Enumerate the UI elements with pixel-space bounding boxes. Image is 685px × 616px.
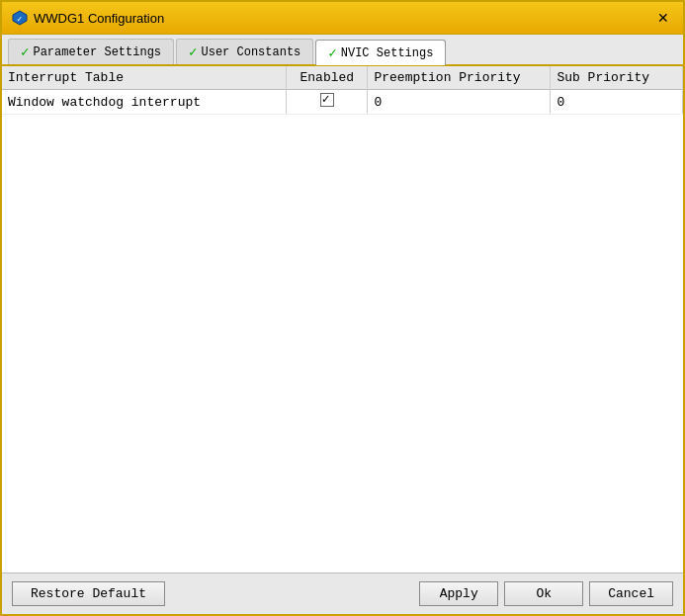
ok-button[interactable]: Ok xyxy=(504,581,583,606)
content-area: Interrupt Table Enabled Preemption Prior… xyxy=(2,66,683,572)
sub-priority-cell[interactable]: 0 xyxy=(551,90,683,115)
title-bar: ✓ WWDG1 Configuration ✕ xyxy=(2,2,683,35)
footer: Restore Default Apply Ok Cancel xyxy=(2,572,683,614)
tab-check-icon: ✓ xyxy=(21,44,29,60)
interrupt-name: Window watchdog interrupt xyxy=(2,90,287,115)
title-bar-left: ✓ WWDG1 Configuration xyxy=(12,10,164,26)
svg-text:✓: ✓ xyxy=(17,15,22,25)
apply-button[interactable]: Apply xyxy=(419,581,498,606)
window-icon: ✓ xyxy=(12,10,28,26)
tab-user-constants[interactable]: ✓ User Constants xyxy=(176,39,313,64)
tab-check-icon: ✓ xyxy=(328,44,336,61)
tab-parameter-settings-label: Parameter Settings xyxy=(33,45,161,59)
enabled-checkbox[interactable] xyxy=(320,93,334,107)
preemption-priority-cell[interactable]: 0 xyxy=(368,90,551,115)
enabled-cell[interactable] xyxy=(287,90,368,115)
nvic-table: Interrupt Table Enabled Preemption Prior… xyxy=(2,66,683,115)
col-header-sub: Sub Priority xyxy=(551,66,683,90)
restore-default-button[interactable]: Restore Default xyxy=(12,581,165,606)
cancel-button[interactable]: Cancel xyxy=(589,581,673,606)
tab-nvic-settings-label: NVIC Settings xyxy=(341,46,434,60)
footer-right-buttons: Apply Ok Cancel xyxy=(419,581,673,606)
tab-nvic-settings[interactable]: ✓ NVIC Settings xyxy=(315,40,446,65)
col-header-interrupt: Interrupt Table xyxy=(2,66,287,90)
main-window: ✓ WWDG1 Configuration ✕ ✓ Parameter Sett… xyxy=(0,0,685,616)
close-button[interactable]: ✕ xyxy=(653,8,673,28)
tab-parameter-settings[interactable]: ✓ Parameter Settings xyxy=(8,39,174,64)
tab-user-constants-label: User Constants xyxy=(202,45,301,59)
col-header-preemption: Preemption Priority xyxy=(368,66,551,90)
table-row: Window watchdog interrupt 0 0 xyxy=(2,90,683,115)
tab-bar: ✓ Parameter Settings ✓ User Constants ✓ … xyxy=(2,35,683,66)
window-title: WWDG1 Configuration xyxy=(34,11,164,26)
col-header-enabled: Enabled xyxy=(287,66,368,90)
tab-check-icon: ✓ xyxy=(189,44,197,60)
table-header-row: Interrupt Table Enabled Preemption Prior… xyxy=(2,66,683,90)
table-container: Interrupt Table Enabled Preemption Prior… xyxy=(2,66,683,572)
